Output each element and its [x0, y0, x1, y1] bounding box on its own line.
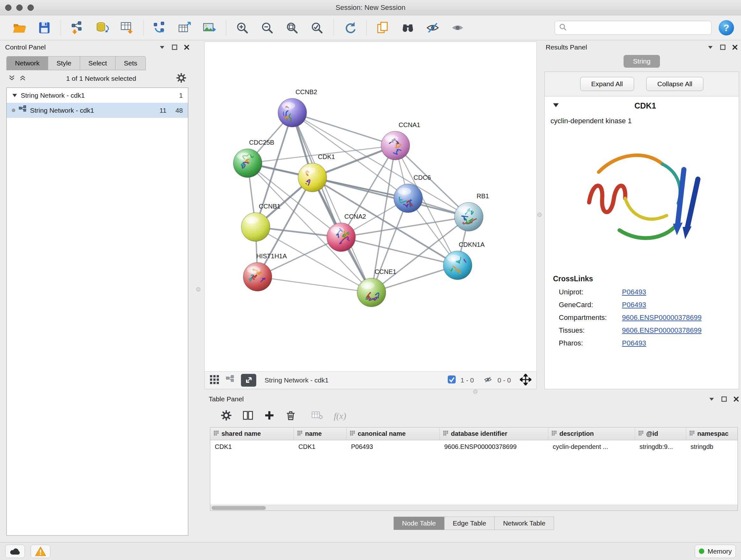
table-settings-gear-icon[interactable]: [221, 410, 232, 422]
table-horizontal-scrollbar[interactable]: [210, 505, 738, 510]
network-node-cdkn1a[interactable]: [443, 251, 474, 280]
collapse-all-button[interactable]: Collapse All: [646, 77, 704, 91]
close-panel-icon[interactable]: [184, 44, 190, 50]
network-edge[interactable]: [292, 113, 395, 145]
export-table-button[interactable]: [172, 18, 197, 38]
left-splitter-handle[interactable]: [196, 287, 200, 292]
right-splitter-handle[interactable]: [537, 212, 542, 217]
network-node-hist1h1a[interactable]: [243, 262, 272, 291]
column-header-id[interactable]: @id: [635, 428, 686, 440]
zoom-selected-icon: [310, 21, 325, 35]
new-network-button[interactable]: [147, 18, 172, 38]
tab-string[interactable]: String: [623, 55, 660, 68]
collapse-all-networks-icon[interactable]: [19, 75, 26, 83]
node-label-ccna1: CCNA1: [399, 121, 420, 128]
search-box[interactable]: [555, 21, 712, 35]
gear-icon[interactable]: [176, 73, 186, 84]
import-table-file-button[interactable]: [115, 18, 139, 38]
zoom-out-icon: [260, 21, 275, 35]
duplicate-network-button[interactable]: [370, 18, 395, 38]
selected-checkbox-icon[interactable]: [448, 375, 456, 385]
column-header-shared-name[interactable]: shared name: [210, 428, 294, 440]
zoom-fit-button[interactable]: [280, 18, 305, 38]
network-node-count: 11: [159, 107, 166, 114]
zoom-selected-button[interactable]: [305, 18, 330, 38]
detach-view-button[interactable]: [241, 374, 256, 387]
network-node-cdc25b[interactable]: [233, 149, 262, 178]
tab-node-table[interactable]: Node Table: [394, 516, 445, 530]
memory-button[interactable]: Memory: [695, 545, 736, 558]
hide-selected-button[interactable]: [420, 18, 445, 38]
expand-all-button[interactable]: Expand All: [580, 77, 634, 91]
import-network-file-button[interactable]: [65, 18, 90, 38]
cloud-button[interactable]: [5, 545, 25, 558]
close-window-button[interactable]: [5, 4, 11, 11]
zoom-out-button[interactable]: [255, 18, 280, 38]
network-node-cdc6[interactable]: [394, 184, 422, 212]
open-session-button[interactable]: [7, 18, 32, 38]
help-button[interactable]: ?: [719, 20, 734, 36]
close-panel-icon[interactable]: [733, 396, 739, 402]
first-neighbors-button[interactable]: [395, 18, 420, 38]
network-edge[interactable]: [292, 113, 372, 293]
column-header-namespac[interactable]: namespac: [686, 428, 738, 440]
zoom-window-button[interactable]: [27, 4, 34, 11]
column-header-label: name: [305, 430, 322, 437]
network-row[interactable]: String Network - cdk1 11 48: [7, 103, 188, 118]
add-column-plus-icon[interactable]: [264, 410, 274, 422]
float-panel-icon[interactable]: [172, 44, 178, 50]
crosslink-link-genecard[interactable]: P06493: [622, 301, 646, 309]
tab-network-table[interactable]: Network Table: [494, 516, 554, 530]
network-node-ccnb2[interactable]: [278, 98, 307, 127]
network-edge[interactable]: [258, 277, 372, 293]
network-node-ccna2[interactable]: [327, 223, 355, 252]
zoom-in-button[interactable]: [230, 18, 255, 38]
collapse-panel-icon[interactable]: [709, 397, 715, 401]
collapse-panel-icon[interactable]: [707, 45, 714, 50]
hidden-eye-slash-icon[interactable]: [483, 375, 493, 386]
network-node-rb1[interactable]: [455, 202, 483, 231]
search-input[interactable]: [569, 23, 708, 32]
tab-style[interactable]: Style: [48, 56, 80, 70]
network-node-cdk1[interactable]: [298, 163, 327, 192]
crosslink-link-tissues[interactable]: 9606.ENSP00000378699: [622, 326, 702, 334]
column-header-description[interactable]: description: [548, 428, 635, 440]
network-node-ccne1[interactable]: [357, 278, 386, 307]
delete-column-trash-icon[interactable]: [285, 410, 296, 422]
show-all-button[interactable]: [445, 18, 470, 38]
scrollbar-thumb[interactable]: [212, 506, 266, 510]
warnings-button[interactable]: [30, 545, 51, 558]
network-collection-row[interactable]: String Network - cdk1 1: [7, 88, 188, 103]
tab-network[interactable]: Network: [6, 56, 48, 70]
refresh-view-button[interactable]: [338, 18, 362, 38]
network-canvas[interactable]: CCNB2CCNA1CDC25BCDK1CDC6RB1CCNB1CCNA2CDK…: [205, 42, 536, 371]
tab-select[interactable]: Select: [80, 56, 115, 70]
crosslink-link-uniprot[interactable]: P06493: [622, 288, 646, 296]
column-header-name[interactable]: name: [294, 428, 347, 440]
tab-edge-table[interactable]: Edge Table: [444, 516, 495, 530]
expand-all-networks-icon[interactable]: [8, 75, 15, 83]
float-panel-icon[interactable]: [720, 44, 726, 50]
show-columns-icon[interactable]: [243, 410, 253, 422]
collapse-panel-icon[interactable]: [159, 45, 165, 50]
horizontal-splitter-handle[interactable]: [473, 389, 477, 394]
column-header-canonical-name[interactable]: canonical name: [347, 428, 440, 440]
grid-view-icon[interactable]: [210, 375, 219, 386]
float-panel-icon[interactable]: [721, 396, 727, 402]
crosslink-link-compartments[interactable]: 9606.ENSP00000378699: [622, 314, 702, 322]
tree-expand-icon[interactable]: [12, 91, 17, 99]
save-session-button[interactable]: [32, 18, 57, 38]
tab-sets[interactable]: Sets: [115, 56, 146, 70]
network-node-ccna1[interactable]: [381, 131, 410, 160]
close-panel-icon[interactable]: [732, 44, 738, 50]
import-network-database-button[interactable]: [90, 18, 115, 38]
fit-content-crosshair-icon[interactable]: [520, 374, 531, 387]
column-header-database-identifier[interactable]: database identifier: [440, 428, 548, 440]
crosslink-link-pharos[interactable]: P06493: [622, 339, 646, 348]
section-collapse-icon[interactable]: [552, 103, 559, 109]
table-row[interactable]: CDK1CDK1P064939606.ENSP00000378699cyclin…: [210, 440, 738, 453]
network-overview-icon[interactable]: [226, 375, 234, 386]
export-image-button[interactable]: [197, 18, 222, 38]
network-node-ccnb1[interactable]: [241, 212, 270, 241]
minimize-window-button[interactable]: [16, 4, 23, 11]
